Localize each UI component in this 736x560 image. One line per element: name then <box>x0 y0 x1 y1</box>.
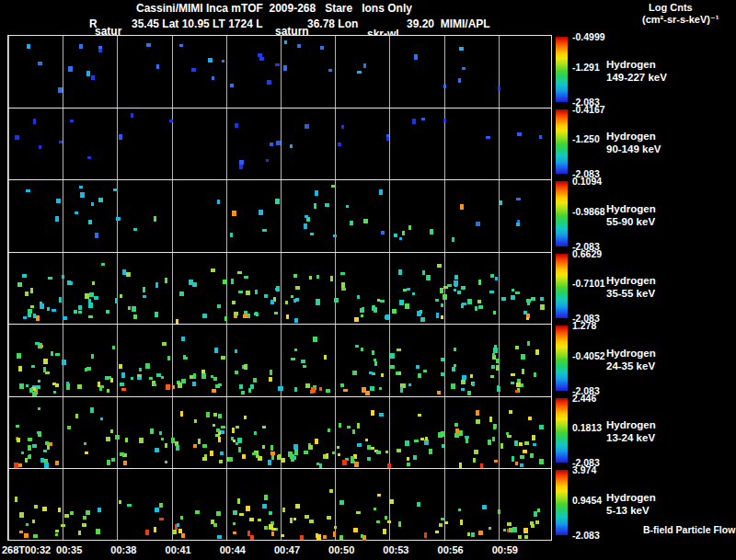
data-point <box>523 311 527 314</box>
data-point <box>365 391 370 395</box>
spectrogram-panel <box>7 35 552 108</box>
row-label: Hydrogen 55-90 keV <box>606 202 656 228</box>
data-point <box>511 382 514 384</box>
data-point <box>493 311 496 314</box>
data-point <box>498 86 500 91</box>
data-point <box>526 317 529 320</box>
spectrogram-row-55-90kev: 0.1094 -0.9868 -2.083 Hydrogen 55-90 keV <box>0 179 736 252</box>
data-point <box>23 316 27 319</box>
data-point <box>56 199 61 203</box>
data-point <box>91 202 94 206</box>
data-point <box>25 458 28 463</box>
data-point <box>283 65 287 71</box>
data-point <box>532 435 535 440</box>
data-point <box>493 348 498 353</box>
data-point <box>44 463 49 468</box>
colorbar-min-label: -2.083 <box>572 530 600 541</box>
colorbar-units: (cm²-sr-s-keV)⁻¹ <box>642 14 719 26</box>
data-point <box>377 299 380 302</box>
data-point <box>58 87 63 93</box>
data-point <box>110 429 113 433</box>
data-point <box>218 414 222 418</box>
data-point <box>386 137 389 141</box>
data-point <box>180 516 183 520</box>
data-point <box>247 531 250 536</box>
data-point <box>155 312 158 317</box>
data-point <box>30 288 33 293</box>
data-point <box>459 463 462 468</box>
data-point <box>183 355 186 360</box>
data-point <box>357 423 360 429</box>
data-point <box>30 305 34 308</box>
data-point <box>341 288 346 291</box>
data-point <box>120 294 122 298</box>
data-point <box>237 271 242 274</box>
data-point <box>241 391 245 394</box>
data-point <box>281 534 284 537</box>
data-point <box>535 520 539 524</box>
data-point <box>371 410 374 416</box>
data-point <box>282 458 285 463</box>
data-point <box>418 373 421 378</box>
data-point <box>462 375 466 380</box>
data-point <box>159 518 164 520</box>
data-point <box>412 292 415 295</box>
data-point <box>66 382 69 384</box>
data-point <box>91 75 95 80</box>
data-point <box>512 527 517 532</box>
data-point <box>178 383 182 388</box>
data-point <box>127 504 132 507</box>
data-point <box>376 520 380 523</box>
data-point <box>340 383 344 387</box>
data-point <box>55 533 58 536</box>
data-point <box>489 291 494 293</box>
data-point <box>308 445 313 450</box>
data-point <box>75 414 78 418</box>
spectrogram-row-90-149kev: -0.4167 -1.250 -2.083 Hydrogen 90-149 ke… <box>0 108 736 179</box>
data-point <box>139 438 144 443</box>
data-point <box>439 523 443 527</box>
data-point <box>165 278 167 283</box>
data-point <box>451 383 455 389</box>
data-point <box>38 62 42 65</box>
data-point <box>500 443 503 449</box>
data-point <box>43 367 46 372</box>
data-point <box>28 445 31 451</box>
data-point <box>206 412 210 417</box>
data-point <box>493 424 497 429</box>
data-point <box>233 510 237 515</box>
data-point <box>217 535 222 539</box>
data-point <box>67 426 71 429</box>
spectrogram-row-24-35kev: 1.278 -0.4052 -2.083 Hydrogen 24-35 keV <box>0 324 736 396</box>
colorbar-mid-label: 0.9454 <box>572 495 602 506</box>
data-point <box>310 233 314 235</box>
data-point <box>161 438 164 440</box>
data-point <box>421 118 425 120</box>
time-axis: 268T00:3200:3500:3800:4100:4400:4700:500… <box>0 544 736 558</box>
data-point <box>32 520 35 523</box>
data-point <box>523 528 528 533</box>
data-point <box>179 44 183 47</box>
spectrogram-panel <box>7 396 552 468</box>
colorbar-max-label: 0.6629 <box>572 248 602 259</box>
data-point <box>443 294 447 300</box>
data-point <box>115 435 120 440</box>
data-point <box>474 450 478 454</box>
data-point <box>250 535 254 540</box>
data-point <box>63 316 67 320</box>
data-point <box>218 383 222 386</box>
data-point <box>327 516 331 520</box>
data-point <box>316 275 319 279</box>
data-point <box>435 299 439 302</box>
data-point <box>169 120 173 122</box>
data-point <box>232 428 235 433</box>
row-label: Hydrogen 5-13 keV <box>606 491 656 517</box>
data-point <box>159 431 162 435</box>
data-point <box>407 457 409 461</box>
data-point <box>213 424 215 427</box>
data-point <box>507 522 512 526</box>
data-point <box>244 416 247 419</box>
data-point <box>171 438 175 443</box>
colorbar <box>556 326 568 391</box>
data-point <box>198 439 201 444</box>
